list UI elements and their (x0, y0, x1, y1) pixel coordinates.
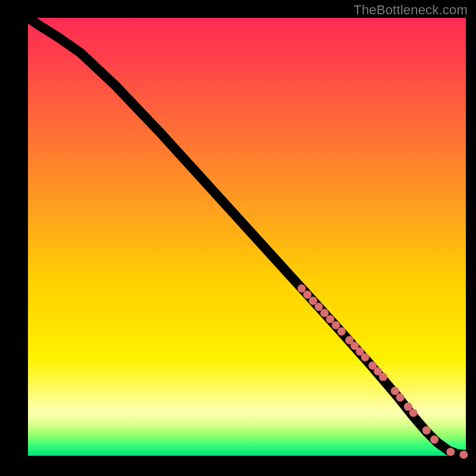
data-point (396, 393, 405, 402)
plot-area (28, 18, 466, 456)
curve-line (28, 18, 466, 455)
data-point (391, 387, 399, 395)
data-point (320, 309, 328, 317)
data-point (459, 450, 468, 459)
data-point (331, 321, 340, 330)
watermark-label: TheBottleneck.com (353, 2, 468, 18)
data-point (337, 327, 346, 336)
data-point (409, 409, 418, 417)
data-point (298, 284, 306, 293)
data-point (446, 447, 455, 456)
markers-group (298, 284, 468, 459)
data-point (430, 436, 439, 444)
chart-svg (28, 18, 466, 456)
data-point (422, 426, 431, 434)
data-point (309, 296, 317, 305)
data-point (326, 315, 334, 323)
chart-stage: TheBottleneck.com (0, 0, 476, 476)
data-point (361, 353, 369, 361)
data-point (303, 290, 312, 299)
data-point (379, 373, 387, 381)
data-point (315, 303, 323, 311)
